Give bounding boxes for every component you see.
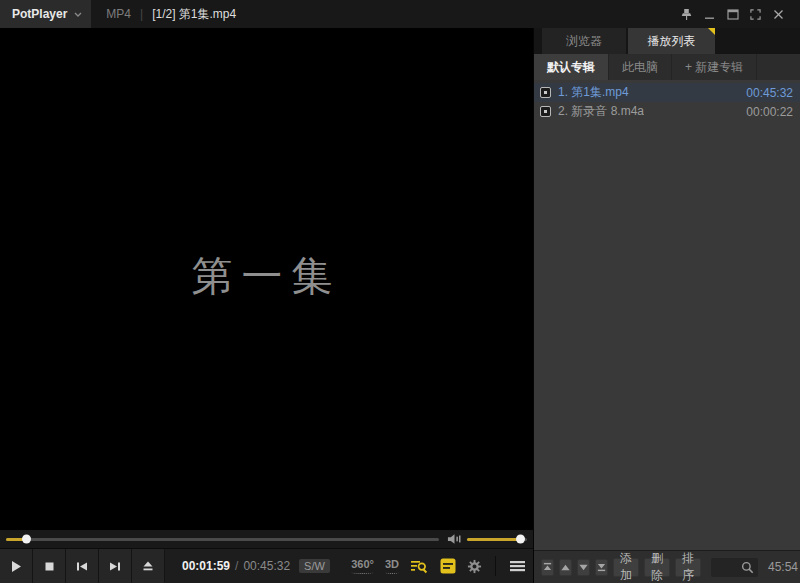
total-time: 00:45:32 bbox=[243, 559, 290, 573]
360-mode-button[interactable]: 360° bbox=[351, 559, 374, 574]
window-controls bbox=[675, 3, 800, 25]
format-badge: MP4 bbox=[106, 7, 131, 21]
search-icon bbox=[741, 561, 754, 574]
playlist-panel: 浏览器 播放列表 默认专辑 此电脑 + 新建专辑 bbox=[533, 28, 800, 583]
media-file-icon bbox=[540, 87, 551, 98]
titlebar-separator: | bbox=[140, 7, 143, 21]
3d-mode-button[interactable]: 3D bbox=[385, 559, 399, 574]
playlist-total-time: 45:54 bbox=[768, 560, 798, 574]
playlist-search-box[interactable] bbox=[711, 558, 758, 577]
tab-new-album[interactable]: + 新建专辑 bbox=[672, 54, 757, 80]
move-up-button[interactable] bbox=[559, 559, 572, 576]
time-separator: / bbox=[235, 559, 238, 573]
transport-bar: 00:01:59 / 00:45:32 S/W 360° 3D bbox=[0, 548, 533, 583]
seek-row bbox=[0, 530, 533, 548]
app-menu-button[interactable]: PotPlayer bbox=[0, 0, 91, 28]
move-to-bottom-button[interactable] bbox=[595, 559, 608, 576]
tab-playlist[interactable]: 播放列表 bbox=[628, 28, 715, 54]
video-frame-text: 第一集 bbox=[0, 249, 533, 304]
play-button[interactable] bbox=[0, 549, 33, 583]
titlebar: PotPlayer MP4 | [1/2] 第1集.mp4 bbox=[0, 0, 800, 28]
menu-hamburger-icon[interactable] bbox=[509, 560, 526, 572]
panel-tabs: 浏览器 播放列表 bbox=[534, 28, 800, 54]
tab-browser[interactable]: 浏览器 bbox=[542, 28, 626, 54]
fullscreen-icon[interactable] bbox=[744, 3, 767, 25]
current-time: 00:01:59 bbox=[182, 559, 230, 573]
volume-thumb[interactable] bbox=[516, 535, 525, 544]
playlist-item-title: 2. 新录音 8.m4a bbox=[558, 103, 644, 120]
360-arc bbox=[351, 571, 374, 574]
decoder-badge[interactable]: S/W bbox=[299, 559, 330, 573]
playlist-search-input[interactable] bbox=[716, 561, 738, 573]
volume-slider[interactable] bbox=[467, 538, 527, 541]
playlist-list: 1. 第1集.mp4 00:45:32 2. 新录音 8.m4a 00:00:2… bbox=[534, 80, 800, 550]
tab-this-pc[interactable]: 此电脑 bbox=[609, 54, 672, 80]
tab-default-album[interactable]: 默认专辑 bbox=[534, 54, 609, 80]
volume-level bbox=[467, 538, 520, 541]
open-eject-button[interactable] bbox=[132, 549, 165, 583]
stop-button[interactable] bbox=[33, 549, 66, 583]
album-tabs: 默认专辑 此电脑 + 新建专辑 bbox=[534, 54, 800, 80]
add-button[interactable]: 添加 bbox=[613, 558, 639, 577]
media-title: [1/2] 第1集.mp4 bbox=[152, 6, 236, 23]
delete-button[interactable]: 删除 bbox=[644, 558, 670, 577]
controls-divider bbox=[495, 556, 496, 576]
pin-icon[interactable] bbox=[675, 3, 698, 25]
chevron-down-icon bbox=[74, 12, 82, 17]
move-to-top-button[interactable] bbox=[541, 559, 554, 576]
time-display: 00:01:59 / 00:45:32 S/W bbox=[182, 549, 330, 583]
speaker-icon[interactable] bbox=[447, 533, 462, 545]
seek-bar[interactable] bbox=[6, 538, 439, 541]
playlist-footer: 添加 删除 排序 45:54 bbox=[534, 550, 800, 583]
seek-thumb[interactable] bbox=[22, 535, 31, 544]
maximize-icon[interactable] bbox=[721, 3, 744, 25]
playlist-item[interactable]: 2. 新录音 8.m4a 00:00:22 bbox=[534, 102, 800, 121]
active-tab-flag bbox=[708, 28, 715, 35]
close-icon[interactable] bbox=[767, 3, 790, 25]
subtitle-icon[interactable] bbox=[440, 558, 456, 574]
move-down-button[interactable] bbox=[577, 559, 590, 576]
video-display[interactable]: 第一集 bbox=[0, 28, 533, 530]
minimize-icon[interactable] bbox=[698, 3, 721, 25]
app-name: PotPlayer bbox=[12, 7, 67, 21]
3d-arc bbox=[385, 571, 399, 574]
potplayer-window: PotPlayer MP4 | [1/2] 第1集.mp4 bbox=[0, 0, 800, 583]
next-button[interactable] bbox=[99, 549, 132, 583]
media-file-icon bbox=[540, 106, 551, 117]
settings-gear-icon[interactable] bbox=[467, 559, 482, 574]
playlist-item[interactable]: 1. 第1集.mp4 00:45:32 bbox=[534, 83, 800, 102]
scene-search-icon[interactable] bbox=[410, 559, 429, 574]
playlist-item-duration: 00:45:32 bbox=[746, 86, 793, 100]
previous-button[interactable] bbox=[66, 549, 99, 583]
playlist-item-title: 1. 第1集.mp4 bbox=[558, 84, 629, 101]
sort-button[interactable]: 排序 bbox=[675, 558, 701, 577]
playlist-item-duration: 00:00:22 bbox=[746, 105, 793, 119]
player-area: 第一集 bbox=[0, 28, 533, 583]
